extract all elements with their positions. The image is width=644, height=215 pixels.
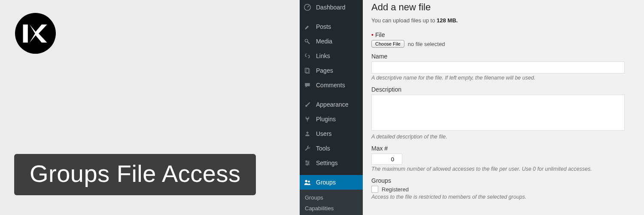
sidebar-item-label: Pages [316,67,333,74]
sidebar-item-label: Tools [316,145,330,152]
name-input[interactable] [371,61,625,74]
wrench-icon [303,144,312,153]
sidebar-item-dashboard[interactable]: Dashboard [300,0,363,15]
groups-label: Groups [371,177,635,184]
sidebar-item-label: Plugins [316,116,336,123]
submenu-item-groups[interactable]: Groups [300,192,363,203]
sidebar-item-label: Groups [316,179,336,186]
sidebar-item-users[interactable]: Users [300,126,363,141]
plug-icon [303,115,312,123]
name-field: Name A descriptive name for the file. If… [371,53,635,81]
sidebar-item-media[interactable]: Media [300,34,363,49]
file-label-text: File [375,31,385,38]
svg-point-13 [308,181,310,183]
svg-point-11 [307,164,307,165]
brand-logo [15,13,56,54]
upload-limit-note: You can upload files up to 128 MB. [371,17,635,24]
svg-point-9 [306,161,307,162]
users-icon [303,129,312,138]
admin-sidebar: Dashboard Posts Media Links Pages [300,0,363,215]
no-file-selected-text: no file selected [408,41,445,47]
comment-icon [303,81,312,89]
description-field: Description A detailed description of th… [371,86,635,140]
sidebar-item-pages[interactable]: Pages [300,63,363,78]
choose-file-button[interactable]: Choose File [371,40,404,48]
max-help: The maximum number of allowed accesses t… [371,166,635,172]
svg-point-12 [305,180,307,182]
sidebar-item-plugins[interactable]: Plugins [300,112,363,126]
svg-rect-0 [23,25,27,43]
required-indicator: • [371,31,374,38]
file-field: •File Choose File no file selected [371,31,635,48]
sidebar-item-label: Appearance [316,101,349,108]
link-icon [303,52,312,60]
sidebar-item-posts[interactable]: Posts [300,19,363,34]
brush-icon [303,100,312,109]
svg-point-5 [307,132,309,134]
file-label: •File [371,31,635,38]
upload-limit-value: 128 MB. [437,17,458,24]
upload-note-prefix: You can upload files up to [371,17,437,24]
max-field: Max # The maximum number of allowed acce… [371,145,635,172]
admin-content: Add a new file You can upload files up t… [363,0,644,215]
sidebar-item-label: Users [316,130,332,137]
groups-help: Access to the file is restricted to memb… [371,194,635,200]
sidebar-item-label: Posts [316,23,331,30]
sidebar-item-settings[interactable]: Settings [300,156,363,170]
sidebar-item-appearance[interactable]: Appearance [300,97,363,112]
sidebar-item-comments[interactable]: Comments [300,78,363,92]
sidebar-item-groups[interactable]: Groups [300,175,363,190]
registered-checkbox-label: Registered [382,186,409,193]
sidebar-item-label: Links [316,52,330,59]
sidebar-item-label: Settings [316,160,338,166]
submenu-item-capabilities[interactable]: Capabilities [300,203,363,214]
max-label: Max # [371,145,635,152]
promo-title: Groups File Access [14,154,256,195]
ix-logo-icon [21,18,51,49]
pages-icon [303,66,312,75]
groups-icon [303,178,312,187]
name-help: A descriptive name for the file. If left… [371,75,635,81]
sidebar-item-label: Comments [316,82,345,89]
name-label: Name [371,53,635,60]
page-heading: Add a new file [371,2,635,13]
groups-field: Groups Registered Access to the file is … [371,177,635,200]
sidebar-item-label: Dashboard [316,4,346,11]
sidebar-item-links[interactable]: Links [300,49,363,63]
sliders-icon [303,159,312,167]
groups-submenu: Groups Capabilities Options Files [300,190,363,215]
sidebar-item-label: Media [316,38,332,45]
registered-checkbox[interactable] [371,186,378,193]
svg-point-10 [308,163,309,163]
wp-admin-panel: Dashboard Posts Media Links Pages [300,0,644,215]
description-help: A detailed description of the file. [371,134,635,140]
pin-icon [303,22,312,31]
media-icon [303,37,312,46]
max-input[interactable] [371,154,402,165]
description-label: Description [371,86,635,93]
description-textarea[interactable] [371,95,625,131]
dashboard-icon [303,3,312,12]
sidebar-item-tools[interactable]: Tools [300,141,363,156]
